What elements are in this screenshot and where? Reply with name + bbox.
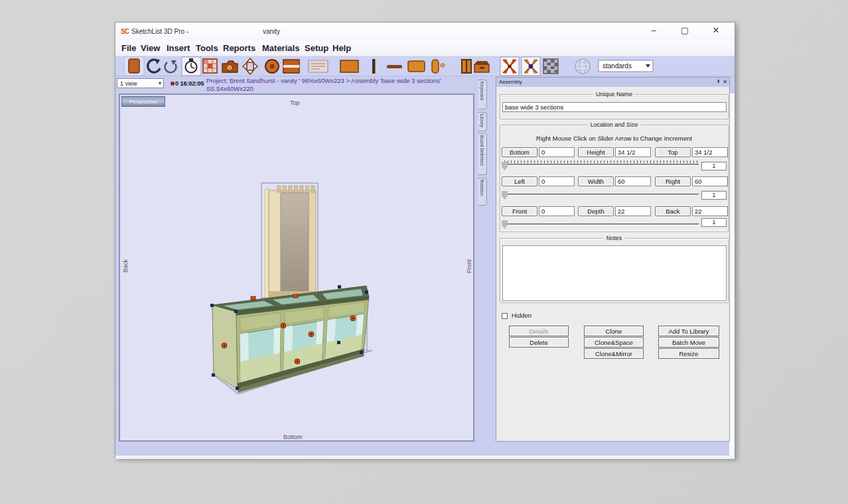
svg-text:standards: standards: [602, 62, 632, 70]
